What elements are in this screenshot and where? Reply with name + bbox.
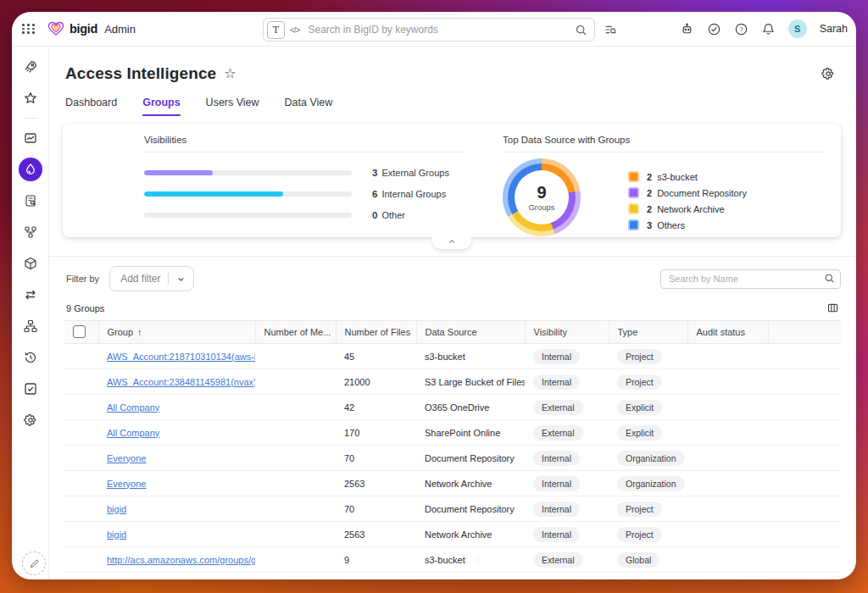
sidebar-item-rocket[interactable] [19, 55, 42, 79]
type-badge: Project [617, 374, 662, 390]
visibility-badge: Internal [533, 527, 580, 542]
group-link[interactable]: AWS_Account:218710310134(aws-bigid-pr... [107, 352, 255, 362]
members-cell [255, 369, 336, 395]
app-grid-icon[interactable] [22, 24, 36, 34]
notifications-bell-icon[interactable] [761, 22, 776, 36]
group-link[interactable]: All Company [107, 428, 159, 438]
table-row[interactable]: bigid 70 Document Repository Internal Pr… [64, 496, 841, 522]
table-row[interactable]: Everyone 70 Document Repository Internal… [64, 446, 841, 471]
visibility-bar-row: 0Other [144, 204, 467, 225]
page-settings-gear-icon[interactable] [821, 66, 836, 81]
tab-users-view[interactable]: Users View [206, 97, 259, 116]
global-search: T </> [263, 18, 595, 42]
column-header-files[interactable]: Number of Files [336, 321, 416, 344]
files-cell: 9 [336, 547, 416, 573]
page-title: Access Intelligence [65, 64, 216, 83]
visibility-badge: Internal [533, 476, 580, 491]
legend-swatch [628, 219, 639, 230]
select-all-checkbox[interactable] [73, 325, 86, 338]
table-row[interactable]: http://acs.amazonaws.com/groups/global/A… [64, 547, 841, 573]
column-header-type[interactable]: Type [609, 321, 687, 344]
legend-item: 2s3-bucket [628, 169, 747, 185]
sidebar-item-catalog[interactable] [19, 252, 42, 275]
group-link[interactable]: bigid [107, 504, 126, 514]
sidebar-item-policies[interactable] [19, 189, 42, 213]
search-icon[interactable] [575, 24, 587, 36]
visibilities-card: Visibilities 3External Groups 6Internal … [63, 124, 482, 237]
column-settings-icon[interactable] [826, 302, 839, 314]
sidebar-item-access-intelligence[interactable] [19, 158, 42, 181]
column-header-members[interactable]: Number of Me... [255, 321, 336, 344]
feedback-pencil-button[interactable] [22, 551, 46, 575]
text-search-toggle[interactable]: T [267, 21, 285, 39]
files-cell: 2563 [336, 471, 416, 496]
members-cell [255, 420, 336, 446]
files-cell: 70 [336, 446, 416, 471]
sidebar-item-settings[interactable] [19, 408, 42, 432]
tab-groups[interactable]: Groups [142, 97, 180, 116]
table-row[interactable]: All Company 42 O365 OneDrive External Ex… [64, 395, 841, 420]
type-badge: Global [617, 552, 659, 568]
members-cell [255, 496, 336, 522]
column-header-audit-status[interactable]: Audit status [687, 321, 768, 344]
sidebar-divider [23, 118, 38, 119]
audit-status-cell [687, 522, 768, 547]
data-source-cell: Document Repository [416, 496, 525, 522]
tab-data-view[interactable]: Data View [285, 97, 333, 116]
sidebar-item-correlation[interactable] [19, 283, 42, 307]
sidebar-item-action-center[interactable] [19, 377, 42, 401]
members-cell [255, 446, 336, 471]
type-badge: Project [617, 349, 662, 364]
column-header-group[interactable]: Group↑ [98, 321, 255, 344]
group-link[interactable]: Everyone [107, 479, 146, 489]
column-header-visibility[interactable]: Visibility [525, 321, 609, 344]
chart-image-icon [23, 130, 38, 146]
table-row[interactable]: AWS_Account:218710310134(aws-bigid-pr...… [64, 344, 841, 369]
type-badge: Project [617, 502, 662, 517]
type-badge: Project [617, 527, 662, 542]
group-link[interactable]: Everyone [107, 453, 146, 463]
table-row[interactable]: bigid 2563 Network Archive Internal Proj… [64, 522, 841, 547]
files-cell: 70 [336, 496, 416, 522]
global-search-input[interactable] [306, 23, 575, 36]
visibility-badge: Internal [533, 374, 580, 390]
saved-queries-icon[interactable] [604, 23, 617, 36]
audit-status-cell [687, 344, 768, 369]
table-row[interactable]: Everyone 2563 Network Archive Internal O… [64, 471, 841, 496]
group-link[interactable]: http://acs.amazonaws.com/groups/global/A… [107, 555, 255, 565]
tasks-check-icon[interactable] [707, 22, 721, 36]
sidebar-item-hierarchy[interactable] [19, 314, 42, 338]
files-cell: 45 [336, 344, 416, 369]
search-by-name-input[interactable] [660, 269, 841, 289]
members-cell [255, 344, 336, 369]
svg-text:?: ? [739, 25, 743, 33]
group-link[interactable]: All Company [107, 402, 159, 413]
query-search-toggle[interactable]: </> [290, 25, 299, 35]
add-filter-button[interactable]: Add filter [109, 266, 194, 291]
audit-status-cell [687, 547, 768, 573]
table-row[interactable]: All Company 170 SharePoint Online Extern… [64, 420, 841, 446]
sidebar-item-classification[interactable] [19, 220, 42, 244]
sidebar-item-reports[interactable] [19, 126, 42, 150]
group-link[interactable]: AWS_Account:238481145981(nvax) [107, 377, 255, 387]
help-icon[interactable]: ? [734, 22, 748, 36]
collapse-panel-button[interactable] [432, 237, 471, 249]
table-row[interactable]: AWS_Account:238481145981(nvax) 21000 S3 … [64, 369, 841, 395]
favorite-star-icon[interactable]: ☆ [224, 67, 236, 80]
column-header-empty [768, 321, 841, 344]
visibility-bar-row: 3External Groups [144, 162, 467, 183]
members-cell [255, 471, 336, 496]
search-icon[interactable] [824, 273, 835, 284]
donut-legend: 2s3-bucket 2Document Repository 2Network… [628, 169, 747, 236]
cluster-boxes-icon [23, 224, 38, 240]
type-badge: Organization [617, 451, 685, 466]
tab-dashboard[interactable]: Dashboard [65, 97, 117, 116]
top-data-source-card: Top Data Source with Groups 9 Groups [482, 124, 841, 237]
avatar[interactable]: S [788, 19, 807, 38]
sidebar-item-star[interactable] [19, 86, 42, 110]
main-area: Access Intelligence ☆ DashboardGroupsUse… [49, 47, 856, 579]
group-link[interactable]: bigid [107, 529, 126, 540]
assistant-icon[interactable] [680, 22, 694, 36]
sidebar-item-retention[interactable] [19, 346, 42, 369]
column-header-data-source[interactable]: Data Source [416, 321, 525, 344]
